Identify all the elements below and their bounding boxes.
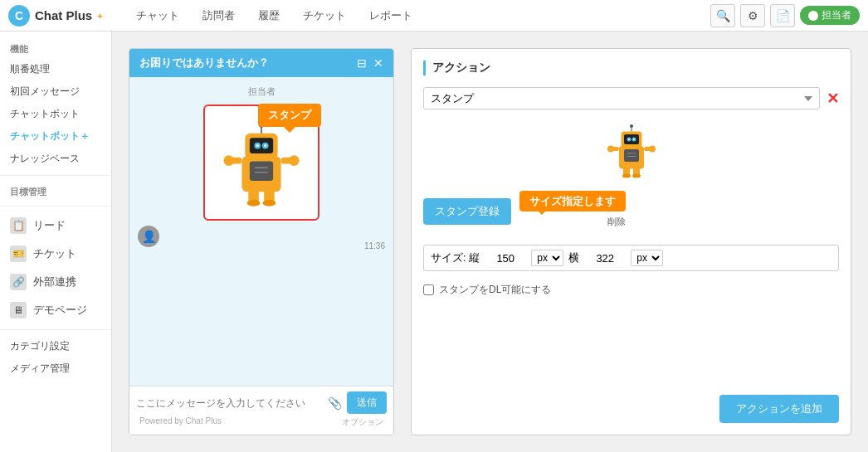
chat-input[interactable] <box>136 397 323 409</box>
size-row: サイズ: 縦 px 横 px <box>423 245 839 271</box>
svg-rect-29 <box>624 149 639 162</box>
svg-point-5 <box>256 144 259 147</box>
chat-powered: Powered by Chat Plus オプション <box>136 414 387 430</box>
dl-checkbox[interactable] <box>423 284 434 295</box>
delete-label: 削除 <box>519 212 626 228</box>
svg-point-38 <box>622 174 631 178</box>
size-px1-select[interactable]: px <box>531 250 563 266</box>
sidebar-divider-2 <box>0 206 111 207</box>
chat-preview: お困りではありませんか？ ⊟ ✕ 担当者 スタンプ <box>129 48 394 435</box>
sidebar-section-kino: 機能 <box>0 38 111 58</box>
svg-point-39 <box>632 174 641 178</box>
size-yoko-input[interactable] <box>584 252 626 265</box>
powered-by-label: Powered by Chat Plus <box>139 416 222 428</box>
stamp-preview-robot <box>602 121 661 179</box>
size-tate-input[interactable] <box>485 252 526 265</box>
dl-checkbox-row: スタンプをDL可能にする <box>423 283 839 297</box>
sidebar-item-ticket[interactable]: 🎫 チケット <box>0 240 111 268</box>
sidebar-item-ticket-label: チケット <box>33 246 76 261</box>
stamp-preview-area <box>423 121 839 179</box>
svg-rect-22 <box>624 134 639 144</box>
nav-ticket[interactable]: チケット <box>300 8 349 23</box>
stamp-register-button[interactable]: スタンプ登録 <box>423 198 511 225</box>
chat-header: お困りではありませんか？ ⊟ ✕ <box>129 49 393 77</box>
action-panel: アクション スタンプ ✕ <box>411 48 851 435</box>
sidebar-item-chatbot-plus-label: チャットボット＋ <box>10 129 90 143</box>
chat-header-title: お困りではありませんか？ <box>139 56 269 70</box>
sidebar-item-chatbot[interactable]: チャットボット <box>0 103 111 125</box>
tantou-toggle[interactable]: 担当者 <box>800 6 860 25</box>
action-delete-button[interactable]: ✕ <box>827 90 839 108</box>
close-icon[interactable]: ✕ <box>373 56 383 70</box>
document-icon-button[interactable]: 📄 <box>770 4 795 27</box>
sidebar-section-mokuhyo: 目標管理 <box>0 181 111 201</box>
size-yoko-label: 横 <box>568 250 579 265</box>
sidebar-item-shokai-label: 初回メッセージ <box>10 85 80 99</box>
header: C Chat Plus + チャット 訪問者 履歴 チケット レポート 🔍 ⚙ … <box>0 0 868 32</box>
gear-icon-button[interactable]: ⚙ <box>740 4 765 27</box>
sidebar-item-knowledge[interactable]: ナレッジベース <box>0 148 111 170</box>
nav-visitor[interactable]: 訪問者 <box>199 8 238 23</box>
user-avatar: 👤 <box>138 226 159 247</box>
nav-chat[interactable]: チャット <box>133 8 183 23</box>
svg-point-19 <box>263 200 276 207</box>
size-px2-select[interactable]: px <box>631 250 663 266</box>
sidebar-item-demo[interactable]: 🖥 デモページ <box>0 296 111 324</box>
nav-report[interactable]: レポート <box>366 8 416 23</box>
size-label: サイズ: 縦 <box>431 250 480 265</box>
tantou-label: 担当者 <box>822 8 851 22</box>
header-icons: 🔍 ⚙ 📄 担当者 <box>710 4 860 27</box>
logo-icon: C <box>8 5 30 27</box>
sidebar-item-external[interactable]: 🔗 外部連携 <box>0 268 111 296</box>
nav-history[interactable]: 履歴 <box>255 8 283 23</box>
sidebar-item-chatbot-plus[interactable]: チャットボット＋ <box>0 125 111 148</box>
logo: C Chat Plus + <box>8 5 116 27</box>
svg-point-26 <box>633 139 635 140</box>
svg-point-28 <box>630 124 633 128</box>
stamp-register-row: スタンプ登録 サイズ指定します 削除 <box>423 194 839 228</box>
action-select-row: スタンプ ✕ <box>423 87 839 109</box>
sidebar-item-media[interactable]: メディア管理 <box>0 357 111 380</box>
svg-point-6 <box>264 144 266 147</box>
send-button[interactable]: 送信 <box>347 391 387 414</box>
content-area: お困りではありませんか？ ⊟ ✕ 担当者 スタンプ <box>112 32 868 452</box>
sidebar-item-knowledge-label: ナレッジベース <box>10 152 80 166</box>
dl-label: スタンプをDL可能にする <box>439 283 551 297</box>
demo-icon: 🖥 <box>10 302 27 318</box>
action-title: アクション <box>423 61 839 75</box>
svg-point-18 <box>247 200 261 207</box>
toggle-dot <box>808 11 818 21</box>
sidebar: 機能 順番処理 初回メッセージ チャットボット チャットボット＋ ナレッジベース… <box>0 32 112 452</box>
clip-icon[interactable]: 📎 <box>328 396 342 410</box>
chat-body: 担当者 スタンプ <box>129 77 393 386</box>
svg-rect-2 <box>250 138 273 153</box>
sidebar-item-shokai[interactable]: 初回メッセージ <box>0 80 111 103</box>
add-action-button[interactable]: アクションを追加 <box>719 395 839 423</box>
svg-point-15 <box>289 155 300 166</box>
chat-input-row: 📎 送信 <box>136 391 387 414</box>
sidebar-divider-1 <box>0 175 111 176</box>
svg-point-33 <box>607 146 614 153</box>
svg-point-13 <box>223 155 234 166</box>
sidebar-item-chatbot-label: チャットボット <box>10 107 80 121</box>
sidebar-item-external-label: 外部連携 <box>33 275 76 289</box>
sidebar-divider-3 <box>0 329 111 330</box>
sidebar-item-junban-label: 順番処理 <box>10 62 50 76</box>
lead-icon: 📋 <box>10 217 27 234</box>
sidebar-item-category-label: カテゴリ設定 <box>10 339 70 353</box>
sidebar-item-lead[interactable]: 📋 リード <box>0 211 111 240</box>
sidebar-item-junban[interactable]: 順番処理 <box>0 58 111 80</box>
size-tooltip-column: サイズ指定します 削除 <box>519 194 626 228</box>
sidebar-item-category[interactable]: カテゴリ設定 <box>0 335 111 357</box>
main-layout: 機能 順番処理 初回メッセージ チャットボット チャットボット＋ ナレッジベース… <box>0 32 868 452</box>
minimize-icon[interactable]: ⊟ <box>357 56 367 70</box>
stamp-tooltip: スタンプ <box>258 104 321 127</box>
search-icon-button[interactable]: 🔍 <box>710 4 735 27</box>
sidebar-item-demo-label: デモページ <box>33 303 87 318</box>
chat-agent-label: 担当者 <box>138 85 385 98</box>
chat-header-icons: ⊟ ✕ <box>357 56 383 70</box>
action-type-select[interactable]: スタンプ <box>423 87 820 109</box>
chat-time: 11:36 <box>364 241 385 250</box>
external-icon: 🔗 <box>10 274 27 290</box>
svg-rect-9 <box>250 161 273 181</box>
